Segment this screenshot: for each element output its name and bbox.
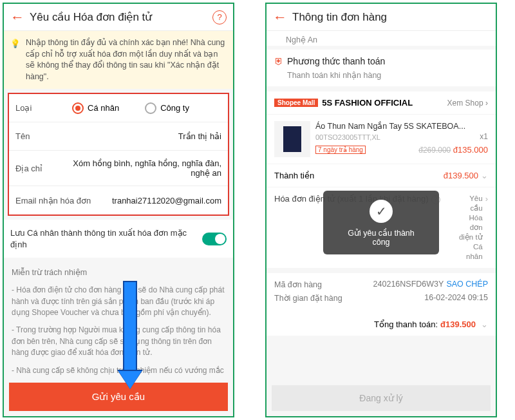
order-meta: Mã đơn hàng 240216NSFD6W3YSAO CHÉP Thời … <box>267 268 496 313</box>
save-default-label: Lưu Cá nhân thành thông tin xuất hóa đơn… <box>10 227 202 250</box>
order-id: 240216NSFD6W3Y <box>373 280 444 289</box>
shield-icon: ⛨ <box>274 56 283 66</box>
address-tail: Nghệ An <box>267 31 496 46</box>
product-qty: x1 <box>480 132 488 141</box>
radio-icon <box>72 102 84 114</box>
name-value[interactable]: Trần thị hải <box>53 131 221 141</box>
payment-title: ⛨ Phương thức thanh toán <box>274 56 488 66</box>
invoice-form: Loại Cá nhân Công ty Tên Trần thị hải Đị… <box>8 93 229 216</box>
screen-invoice-request: ← Yêu cầu Hóa đơn điện tử ? 💡 Nhập thông… <box>3 3 234 417</box>
address-label: Địa chỉ <box>15 164 53 173</box>
chevron-down-icon: ⌄ <box>481 171 488 180</box>
new-price: đ135.000 <box>453 145 488 155</box>
header: ← Yêu cầu Hóa đơn điện tử ? <box>4 4 233 31</box>
bulb-icon: 💡 <box>10 39 21 50</box>
page-title: Yêu cầu Hóa đơn điện tử <box>26 10 212 24</box>
product-row[interactable]: Áo Thun Nam Ngắn Tay 5S SKATEBOA... 00TS… <box>267 115 496 164</box>
info-notice: 💡 Nhập thông tin đầy đủ và chính xác bạn… <box>4 31 233 89</box>
return-badge: 7 ngày trả hàng <box>315 146 366 154</box>
chevron-down-icon: ⌄ <box>481 320 488 329</box>
mall-badge: Shopee Mall <box>274 99 318 107</box>
disclaimer-title: Miễn trừ trách nhiệm <box>12 267 225 278</box>
help-icon[interactable]: ? <box>212 10 227 24</box>
chevron-right-icon: › <box>485 194 488 204</box>
einvoice-value: Yêu cầu Hóa đơn điện tử Cá nhân <box>457 194 483 262</box>
subtotal-value: đ139.500 <box>444 171 478 180</box>
type-label: Loại <box>15 103 53 113</box>
product-sku: 00TSO23005TTT,XL <box>315 133 380 141</box>
payment-method: Thanh toán khi nhận hàng <box>274 70 488 80</box>
radio-icon <box>145 102 156 114</box>
shop-row[interactable]: Shopee Mall 5S FASHION OFFICIAL Xem Shop… <box>267 91 496 115</box>
address-value[interactable]: Xóm hồng bình, nghĩa hồng, nghĩa đàn, ng… <box>53 158 221 178</box>
back-icon[interactable]: ← <box>10 9 26 26</box>
page-title: Thông tin đơn hàng <box>288 10 489 24</box>
name-label: Tên <box>15 131 53 141</box>
product-thumbnail <box>274 121 310 157</box>
shop-name: 5S FASHION OFFICIAL <box>322 98 443 108</box>
save-default-row: Lưu Cá nhân thành thông tin xuất hóa đơn… <box>4 220 233 258</box>
email-label: Email nhận hóa đơn <box>15 196 93 205</box>
subtotal-row[interactable]: Thành tiền đ139.500⌄ <box>267 164 496 187</box>
grand-label: Tổng thanh toán: <box>374 320 438 329</box>
subtotal-label: Thành tiền <box>274 171 314 180</box>
grand-value: đ139.500 <box>440 320 476 329</box>
annotation-arrow <box>118 281 142 389</box>
toast-text: Gửi yêu cầu thành công <box>339 228 424 247</box>
screen-order-detail: ← Thông tin đơn hàng Nghệ An ⛨ Phương th… <box>265 3 497 417</box>
old-price: đ269.000 <box>418 146 451 155</box>
order-time-value: 16-02-2024 09:15 <box>424 293 488 303</box>
check-icon: ✓ <box>370 200 393 223</box>
back-icon[interactable]: ← <box>273 9 288 26</box>
notice-text: Nhập thông tin đầy đủ và chính xác bạn n… <box>26 38 225 81</box>
product-name: Áo Thun Nam Ngắn Tay 5S SKATEBOA... <box>315 121 488 131</box>
radio-company[interactable]: Công ty <box>145 102 189 114</box>
success-toast: ✓ Gửi yêu cầu thành công <box>323 191 439 254</box>
radio-personal[interactable]: Cá nhân <box>72 102 119 114</box>
email-value[interactable]: tranhai27112020@gmail.com <box>93 196 221 205</box>
view-shop-link[interactable]: Xem Shop › <box>447 99 488 108</box>
copy-button[interactable]: SAO CHÉP <box>446 280 488 289</box>
processing-button: Đang xử lý <box>272 385 491 411</box>
grand-total-row: Tổng thanh toán: đ139.500 ⌄ <box>267 313 496 336</box>
toggle-save-default[interactable] <box>202 233 227 245</box>
header: ← Thông tin đơn hàng <box>267 4 496 31</box>
order-time-label: Thời gian đặt hàng <box>274 293 342 303</box>
order-id-label: Mã đơn hàng <box>274 280 322 289</box>
